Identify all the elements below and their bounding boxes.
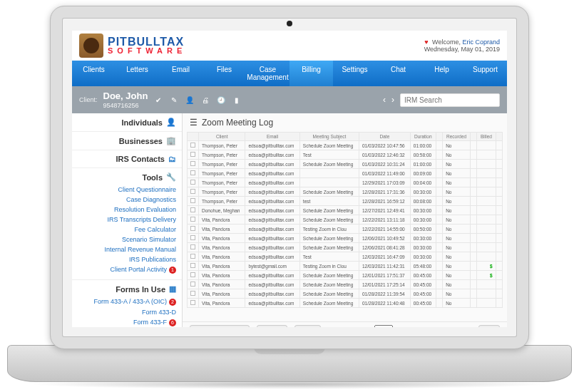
sidebar-section-tools[interactable]: Tools 🔧	[78, 172, 176, 182]
find-button[interactable]: Find	[478, 325, 500, 327]
brand-title: PITBULLTAX	[108, 37, 186, 47]
brand-logo[interactable]: PITBULLTAX SOFTWARE	[79, 33, 186, 58]
laptop-bezel: PITBULLTAX SOFTWARE ♥ Welcome, Eric Copr…	[50, 6, 529, 349]
pager-size[interactable]: ▾	[374, 325, 397, 327]
tool-irs-publications[interactable]: IRS Publications	[78, 254, 176, 264]
form-form-433-d[interactable]: Form 433-D	[78, 307, 176, 317]
table-row[interactable]: Thompson, Peteredsoa@pitbulltax.com12/29…	[188, 178, 503, 187]
welcome-block: ♥ Welcome, Eric Coprand Wednesday, May 0…	[424, 38, 500, 53]
col-duration[interactable]: Duration	[410, 133, 436, 141]
col-blank[interactable]	[436, 133, 442, 141]
app-screen: PITBULLTAX SOFTWARE ♥ Welcome, Eric Copr…	[72, 31, 507, 327]
col-blank[interactable]	[188, 133, 199, 141]
document-icon[interactable]: ▮	[232, 96, 242, 104]
col-email[interactable]: Email	[245, 133, 299, 141]
heart-icon[interactable]: ♥	[424, 38, 428, 46]
table-row[interactable]: Vita, Pandoraedsoa@pitbulltax.comSchedul…	[188, 234, 503, 243]
brand-subtitle: SOFTWARE	[108, 47, 186, 55]
nav-case-management[interactable]: Case Management	[246, 61, 290, 86]
tool-resolution-evaluation[interactable]: Resolution Evaluation	[78, 205, 176, 215]
tool-fee-calculator[interactable]: Fee Calculator	[78, 225, 176, 234]
nav-email[interactable]: Email	[159, 61, 203, 86]
export-button[interactable]: Export ▾	[257, 325, 287, 327]
prev-client-icon[interactable]: ‹	[383, 95, 386, 105]
clock-icon[interactable]: 🕘	[216, 96, 226, 104]
welcome-prefix: Welcome,	[432, 38, 462, 46]
next-client-icon[interactable]: ›	[391, 95, 394, 105]
table-row[interactable]: Vita, Pandoraedsoa@pitbulltax.comSchedul…	[188, 243, 503, 252]
tool-client-portal-activity[interactable]: Client Portal Activity1	[78, 264, 176, 275]
tools-label: Tools	[142, 173, 163, 182]
table-row[interactable]: Thompson, Peteredsoa@pitbulltax.com01/03…	[188, 169, 503, 178]
building-icon: 🏢	[166, 136, 176, 145]
panel-title-row: ☰ Zoom Meeting Log	[183, 113, 507, 132]
table-row[interactable]: Vita, Pandoraedsoa@pitbulltax.comSchedul…	[188, 280, 503, 289]
table-row[interactable]: Vita, Pandoraedsoa@pitbulltax.comSchedul…	[188, 299, 503, 308]
table-row[interactable]: Thompson, Peteredsoa@pitbulltax.comSched…	[188, 141, 503, 150]
sidebar-section-irs-contacts[interactable]: IRS Contacts 🗂	[78, 155, 176, 163]
top-nav: ClientsLettersEmailFilesCase ManagementB…	[72, 61, 507, 86]
tool-client-questionnaire[interactable]: Client Questionnaire	[78, 185, 176, 195]
meeting-log-table: ClientEmailMeeting SubjectDateDurationRe…	[187, 132, 503, 308]
tool-case-diagnostics[interactable]: Case Diagnostics	[78, 195, 176, 205]
col-blank[interactable]	[496, 133, 502, 141]
welcome-username[interactable]: Eric Coprand	[462, 38, 500, 46]
col-meeting-subject[interactable]: Meeting Subject	[299, 133, 359, 141]
table-row[interactable]: Vita, Pandoraedsoa@pitbulltax.comTesting…	[188, 225, 503, 234]
check-icon[interactable]: ✔	[153, 96, 163, 104]
table-row[interactable]: Vita, Pandoraedsoa@pitbulltax.comSchedul…	[188, 215, 503, 225]
list-icon: ☰	[190, 118, 198, 128]
app-header: PITBULLTAX SOFTWARE ♥ Welcome, Eric Copr…	[72, 31, 507, 61]
nav-support[interactable]: Support	[463, 61, 507, 86]
form-form-433-f[interactable]: Form 433-F6	[78, 317, 176, 327]
nav-letters[interactable]: Letters	[116, 61, 159, 86]
nav-chat[interactable]: Chat	[376, 61, 420, 86]
sidebar-section-individuals[interactable]: Individuals 👤	[78, 118, 176, 127]
print-icon[interactable]: 🖨	[200, 96, 210, 104]
tool-internal-revenue-manual[interactable]: Internal Revenue Manual	[78, 244, 176, 254]
tool-irs-transcripts-delivery[interactable]: IRS Transcripts Delivery	[78, 215, 176, 225]
col-recorded[interactable]: Recorded	[443, 133, 471, 141]
form-form-433-a-433-a-oic-[interactable]: Form 433-A / 433-A (OIC)2	[78, 296, 176, 307]
print-button[interactable]: Print ▾	[294, 325, 321, 327]
nav-clients[interactable]: Clients	[72, 61, 116, 86]
col-date[interactable]: Date	[359, 133, 411, 141]
forms-label: Forms In Use	[116, 285, 165, 294]
table-row[interactable]: Vita, Pandoraedsoa@pitbulltax.comSchedul…	[188, 271, 503, 280]
table-row[interactable]: Donohue, Meghanedsoa@pitbulltax.comSched…	[188, 206, 503, 215]
table-row[interactable]: Vita, Pandoraedsoa@pitbulltax.comSchedul…	[188, 289, 503, 299]
panel-title: Zoom Meeting Log	[202, 118, 273, 128]
wrench-icon: 🔧	[166, 172, 176, 182]
person-icon: 👤	[166, 118, 176, 127]
table-row[interactable]: Vita, Pandorabytest@gmail.comTesting Zoo…	[188, 262, 503, 271]
client-bar: Client: Doe, John 9548716256 ✔ ✎ 👤 🖨 🕘 ▮…	[72, 86, 507, 113]
client-name[interactable]: Doe, John	[103, 91, 148, 101]
nav-files[interactable]: Files	[203, 61, 246, 86]
add-meeting-button[interactable]: + Add New Meeting	[190, 325, 250, 327]
sidebar-section-businesses[interactable]: Businesses 🏢	[78, 136, 176, 145]
nav-settings[interactable]: Settings	[333, 61, 376, 86]
add-person-icon[interactable]: 👤	[185, 96, 195, 104]
irm-search-input[interactable]	[400, 93, 500, 107]
nav-help[interactable]: Help	[420, 61, 463, 86]
badge: 6	[169, 319, 176, 326]
col-blank[interactable]	[471, 133, 477, 141]
table-row[interactable]: Thompson, Peteredsoa@pitbulltax.comtest1…	[188, 197, 503, 206]
logo-icon	[79, 33, 103, 58]
table-footer: + Add New Meeting Export ▾ Print ▾ ▾ 1 -…	[183, 321, 507, 327]
table-row[interactable]: Thompson, Peteredsoa@pitbulltax.comSched…	[188, 187, 503, 197]
table-row[interactable]: Vita, Pandoraedsoa@pitbulltax.comTest12/…	[188, 252, 503, 262]
card-icon: 🗂	[168, 155, 176, 163]
client-label: Client:	[79, 96, 98, 103]
client-number: 9548716256	[103, 102, 139, 109]
table-row[interactable]: Thompson, Peteredsoa@pitbulltax.comTest0…	[188, 150, 503, 160]
col-billed[interactable]: Billed	[477, 133, 496, 141]
sidebar-section-forms[interactable]: Forms In Use ▦	[78, 284, 176, 294]
badge: 1	[169, 267, 176, 274]
col-client[interactable]: Client	[199, 133, 245, 141]
laptop-base	[7, 345, 572, 382]
tool-scenario-simulator[interactable]: Scenario Simulator	[78, 234, 176, 244]
table-row[interactable]: Thompson, Peteredsoa@pitbulltax.comSched…	[188, 160, 503, 169]
edit-icon[interactable]: ✎	[169, 96, 179, 104]
nav-billing[interactable]: Billing	[290, 61, 333, 86]
